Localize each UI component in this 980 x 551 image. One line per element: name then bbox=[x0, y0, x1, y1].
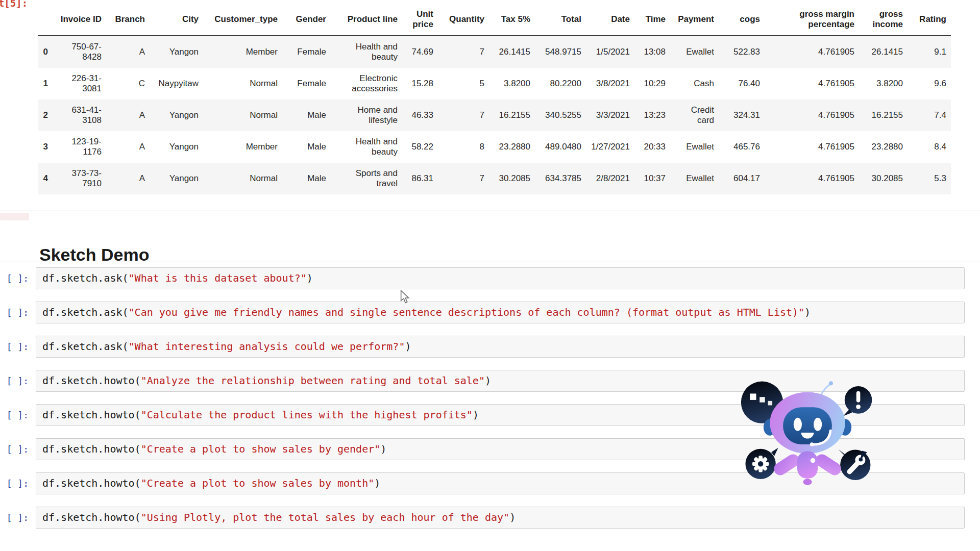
column-header: Time bbox=[634, 3, 670, 36]
code-suffix: ) bbox=[380, 443, 386, 455]
code-suffix: ) bbox=[405, 340, 411, 353]
code-string-literal: "What is this dataset about?" bbox=[129, 272, 307, 284]
table-cell: 373-73-7910 bbox=[53, 163, 106, 194]
table-cell: 7 bbox=[438, 36, 489, 68]
code-string-literal: "Using Plotly, plot the total sales by e… bbox=[141, 511, 509, 523]
column-header: Total bbox=[535, 3, 586, 36]
table-cell: 86.31 bbox=[402, 163, 438, 194]
table-cell: 631-41-3108 bbox=[53, 99, 106, 131]
column-header: gross income bbox=[859, 3, 908, 36]
table-cell: 16.2155 bbox=[859, 99, 908, 131]
code-suffix: ) bbox=[374, 477, 380, 489]
cell-input-prompt: [ ]: bbox=[0, 370, 29, 387]
code-string-literal: "Calculate the product lines with the hi… bbox=[141, 409, 473, 421]
table-cell: Ewallet bbox=[670, 163, 719, 194]
table-cell: 7.4 bbox=[908, 99, 951, 131]
table-cell: Male bbox=[282, 163, 331, 194]
code-input[interactable]: df.sketch.ask("What interesting analysis… bbox=[36, 336, 965, 358]
table-cell: 9.6 bbox=[908, 68, 951, 99]
table-cell: 30.2085 bbox=[859, 163, 908, 194]
table-cell: 9.1 bbox=[908, 36, 951, 68]
dataframe-body: 0750-67-8428AYangonMemberFemaleHealth an… bbox=[38, 36, 951, 194]
column-header: Rating bbox=[908, 3, 951, 36]
table-cell: 5 bbox=[438, 68, 489, 99]
column-header: Branch bbox=[106, 3, 150, 36]
cell-input-prompt: [ ]: bbox=[0, 336, 29, 353]
table-cell: 23.2880 bbox=[859, 131, 908, 163]
table-cell: 46.33 bbox=[402, 99, 438, 131]
code-prefix: df.sketch.ask( bbox=[42, 272, 129, 284]
cell-selection-artifact bbox=[0, 213, 29, 220]
row-index: 4 bbox=[38, 163, 53, 194]
table-cell: 4.761905 bbox=[765, 99, 859, 131]
table-cell: 1/5/2021 bbox=[586, 36, 634, 68]
cell-input-prompt: [ ]: bbox=[0, 404, 29, 421]
column-header: Date bbox=[586, 3, 634, 36]
column-header: Customer_type bbox=[203, 3, 282, 36]
code-string-literal: "Create a plot to show sales by month" bbox=[141, 477, 375, 489]
code-input[interactable]: df.sketch.ask("Can you give me friendly … bbox=[36, 302, 965, 323]
table-cell: Health and beauty bbox=[331, 131, 402, 163]
wrench-badge-icon bbox=[838, 449, 870, 480]
table-cell: 80.2200 bbox=[535, 68, 586, 99]
table-cell: 23.2880 bbox=[489, 131, 535, 163]
table-cell: 3/8/2021 bbox=[586, 68, 634, 99]
dataframe-table: Invoice IDBranchCityCustomer_typeGenderP… bbox=[38, 3, 951, 194]
output-prompt: Out[5]: bbox=[0, 0, 28, 9]
code-prefix: df.sketch.ask( bbox=[42, 306, 129, 318]
table-cell: 15.28 bbox=[402, 68, 438, 99]
code-input[interactable]: df.sketch.howto("Using Plotly, plot the … bbox=[36, 507, 965, 529]
table-cell: 74.69 bbox=[402, 36, 438, 68]
table-cell: Credit card bbox=[670, 99, 719, 131]
table-cell: 3.8200 bbox=[489, 68, 535, 99]
table-cell: 30.2085 bbox=[489, 163, 535, 194]
code-string-literal: "Analyze the relationship between rating… bbox=[141, 374, 485, 387]
code-prefix: df.sketch.ask( bbox=[42, 340, 129, 353]
notebook-cell: [ ]: df.sketch.howto("Using Plotly, plot… bbox=[0, 507, 980, 529]
table-cell: Sports and travel bbox=[331, 163, 402, 194]
code-prefix: df.sketch.howto( bbox=[42, 409, 141, 421]
code-suffix: ) bbox=[804, 306, 811, 318]
table-row: 0750-67-8428AYangonMemberFemaleHealth an… bbox=[38, 36, 951, 68]
mouse-cursor-icon bbox=[400, 290, 410, 304]
table-cell: Cash bbox=[670, 68, 719, 99]
code-prefix: df.sketch.howto( bbox=[42, 374, 141, 387]
code-prefix: df.sketch.howto( bbox=[42, 443, 141, 455]
table-cell: Normal bbox=[203, 163, 282, 194]
index-column-header bbox=[38, 3, 53, 36]
table-cell: Female bbox=[282, 36, 331, 68]
table-cell: Normal bbox=[203, 99, 282, 131]
table-cell: 76.40 bbox=[719, 68, 765, 99]
table-cell: 7 bbox=[438, 99, 489, 131]
cell-input-prompt: [ ]: bbox=[0, 472, 29, 489]
column-header: Unit price bbox=[402, 3, 438, 36]
cell-input-prompt: [ ]: bbox=[0, 267, 29, 284]
table-cell: 522.83 bbox=[719, 36, 765, 68]
table-cell: 8 bbox=[438, 131, 489, 163]
table-cell: 226-31-3081 bbox=[53, 68, 106, 99]
cell-input-prompt: [ ]: bbox=[0, 302, 29, 318]
code-suffix: ) bbox=[485, 374, 491, 387]
cell-input-prompt: [ ]: bbox=[0, 438, 29, 455]
table-cell: 58.22 bbox=[402, 131, 438, 163]
gear-badge-icon bbox=[745, 448, 778, 479]
table-cell: 26.1415 bbox=[859, 36, 908, 68]
table-cell: Male bbox=[282, 99, 331, 131]
code-input[interactable]: df.sketch.ask("What is this dataset abou… bbox=[36, 267, 965, 289]
table-cell: Male bbox=[282, 131, 331, 163]
table-cell: Ewallet bbox=[670, 131, 719, 163]
table-cell: 1/27/2021 bbox=[586, 131, 634, 163]
column-header: Tax 5% bbox=[489, 3, 535, 36]
table-cell: Yangon bbox=[150, 36, 203, 68]
row-index: 1 bbox=[38, 68, 53, 99]
table-cell: Yangon bbox=[150, 163, 203, 194]
dataframe-header-row: Invoice IDBranchCityCustomer_typeGenderP… bbox=[38, 3, 951, 36]
table-cell: 3.8200 bbox=[859, 68, 908, 99]
column-header: Quantity bbox=[438, 3, 489, 36]
table-cell: 4.761905 bbox=[765, 131, 859, 163]
table-cell: 16.2155 bbox=[489, 99, 535, 131]
table-cell: Ewallet bbox=[670, 36, 719, 68]
table-cell: 8.4 bbox=[908, 131, 951, 163]
table-cell: Electronic accessories bbox=[331, 68, 402, 99]
cell-input-prompt: [ ]: bbox=[0, 507, 29, 523]
